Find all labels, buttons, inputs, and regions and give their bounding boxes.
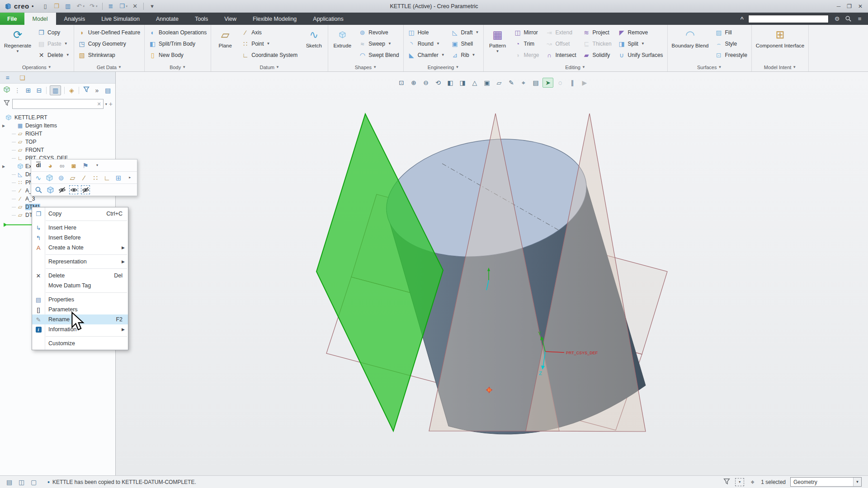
solidify-body-button[interactable] <box>46 185 55 194</box>
tree-search-input[interactable] <box>14 101 97 107</box>
menu-icon[interactable]: ≡ <box>856 15 863 22</box>
tab-live-simulation[interactable]: Live Simulation <box>93 13 148 25</box>
show-button[interactable] <box>69 185 78 194</box>
new-body-button[interactable]: ▯New Body <box>146 49 209 61</box>
chamfer-button[interactable]: ◣Chamfer▼ <box>405 49 448 61</box>
coordinate-system-button[interactable]: ∟Coordinate System <box>239 49 300 61</box>
extrude-button[interactable] <box>45 173 54 182</box>
navigator-toggle-icon[interactable]: ▤ <box>5 479 13 485</box>
model-player-button[interactable]: ≣ <box>106 2 116 11</box>
menu-item-parameters[interactable]: []Parameters <box>32 305 128 314</box>
revolve-button[interactable]: ⊚ <box>57 173 66 182</box>
group-label-editing[interactable]: Editing▼ <box>485 63 666 71</box>
copy-geometry-button[interactable]: ◳Copy Geometry <box>75 38 143 49</box>
spin-center-button[interactable]: ⌖ <box>518 78 529 88</box>
annotation-display-button[interactable]: ✎ <box>506 78 517 88</box>
shell-button[interactable]: ▣Shell <box>448 38 482 49</box>
appearance-button[interactable]: ◕ <box>46 161 55 170</box>
customize-qat-button[interactable]: ▾ <box>147 2 157 11</box>
merge-button[interactable]: ◑Merge <box>511 49 542 61</box>
clear-search-icon[interactable]: ✕ <box>97 101 101 107</box>
selection-highlight-button[interactable]: ➤ <box>542 78 553 88</box>
settings-icon[interactable]: ⚙ <box>833 15 841 22</box>
plane-button[interactable]: ▱Plane <box>212 26 238 63</box>
view-manager-button[interactable]: ▤ <box>530 78 541 88</box>
extend-button[interactable]: ⇥Extend <box>543 27 579 38</box>
tab-analysis[interactable]: Analysis <box>56 13 94 25</box>
collapse-all-button[interactable]: ⊟ <box>35 86 43 94</box>
command-search-input[interactable] <box>748 15 829 23</box>
more-options-button[interactable]: ▾ <box>93 161 102 170</box>
zoom-in-button[interactable]: ⊕ <box>408 78 419 88</box>
sketch-button[interactable]: ∿Sketch <box>301 26 326 63</box>
menu-item-representation[interactable]: Representation▶ <box>32 257 128 267</box>
menu-item-delete[interactable]: ✕DeleteDel <box>32 271 128 281</box>
offset-button[interactable]: ↝Offset <box>543 38 579 49</box>
datum-display-button[interactable]: ▱ <box>494 78 505 88</box>
display-style-button[interactable]: ◧ <box>445 78 456 88</box>
maximize-button[interactable]: ❐ <box>847 3 852 9</box>
split-trim-body-button[interactable]: ◧Split/Trim Body <box>146 38 209 49</box>
handle-dots-button[interactable]: ⋮ <box>14 86 21 94</box>
search-options-icon[interactable]: ▾ <box>105 102 107 106</box>
collapse-ribbon-icon[interactable]: ^ <box>740 15 744 22</box>
dimension-button[interactable]: dl <box>34 161 43 170</box>
expand-all-button[interactable]: ⊞ <box>24 86 32 94</box>
select-box-button[interactable]: ⊞ <box>114 173 123 182</box>
thicken-button[interactable]: ⊑Thicken <box>580 38 614 49</box>
selection-filter-icon[interactable] <box>723 478 731 487</box>
trim-button[interactable]: ◔Trim <box>511 38 542 49</box>
select-box-icon[interactable]: ▾ <box>735 478 744 486</box>
filter-funnel-icon[interactable] <box>3 99 10 108</box>
tree-item-design-items[interactable]: ▶▦Design Items <box>0 122 115 130</box>
freestyle-button[interactable]: ⊡Freestyle <box>712 49 750 61</box>
shading-with-edges-button[interactable]: ◨ <box>457 78 468 88</box>
group-label-engineering[interactable]: Engineering▼ <box>405 63 482 71</box>
datum-tag-button[interactable]: ⚑ <box>81 161 90 170</box>
perspective-view-button[interactable]: △ <box>469 78 480 88</box>
tab-view[interactable]: View <box>216 13 245 25</box>
group-label-shapes[interactable]: Shapes▼ <box>330 63 401 71</box>
point-button[interactable]: ∷Point▼ <box>239 38 300 49</box>
extrude-button[interactable]: Extrude <box>330 26 355 63</box>
selection-filter-combo[interactable]: Geometry ▼ <box>790 477 862 487</box>
tree-filters-button[interactable] <box>82 86 90 95</box>
pause-button[interactable]: ∥ <box>567 78 578 88</box>
group-label-get-data[interactable]: Get Data▼ <box>75 63 143 71</box>
sketch-button[interactable]: ∿ <box>34 173 42 182</box>
expander-icon[interactable]: ▶ <box>2 124 5 128</box>
combo-dropdown-icon[interactable]: ▼ <box>853 478 861 486</box>
save-button[interactable]: ▥ <box>63 2 73 11</box>
redo-button[interactable]: ↷▾ <box>87 2 99 11</box>
sweep-button[interactable]: ≈Sweep▼ <box>356 38 401 49</box>
tab-tools[interactable]: Tools <box>187 13 216 25</box>
group-label-datum[interactable]: Datum▼ <box>212 63 326 71</box>
boundary-blend-button[interactable]: ◠Boundary Blend <box>669 26 712 63</box>
hide-others-button[interactable] <box>81 185 90 194</box>
component-interface-button[interactable]: ⊞Component Interface <box>753 26 807 63</box>
regenerate-button[interactable]: ⟳Regenerate▼ <box>1 26 34 63</box>
open-button[interactable]: ❐ <box>52 2 62 11</box>
close-button[interactable]: ✕ <box>858 3 863 9</box>
boolean-operations-button[interactable]: ◐Boolean Operations <box>146 27 209 38</box>
driving-dimension-button[interactable]: ∞ <box>57 161 66 170</box>
add-filter-icon[interactable]: + <box>109 100 113 108</box>
menu-item-copy[interactable]: ❐CopyCtrl+C <box>32 209 128 219</box>
group-label-body[interactable]: Body▼ <box>146 63 209 71</box>
unify-surfaces-button[interactable]: ∪Unify Surfaces <box>615 49 666 61</box>
menu-item-information[interactable]: iInformation▶ <box>32 324 128 334</box>
pattern-button[interactable]: ▦Pattern▼ <box>485 26 510 63</box>
project-button[interactable]: ≋Project <box>580 27 614 38</box>
rib-button[interactable]: ⊿Rib▼ <box>448 49 482 61</box>
minimize-button[interactable]: ─ <box>837 3 841 9</box>
delete-button[interactable]: ✕Delete▼ <box>35 49 72 61</box>
more-tools-button[interactable]: » <box>93 86 101 94</box>
tab-flexible-modeling[interactable]: Flexible Modeling <box>245 13 305 25</box>
revolve-button[interactable]: ⊚Revolve <box>356 27 401 38</box>
new-file-button[interactable]: ▯ <box>40 2 51 11</box>
layer-tree-tab[interactable]: ❏ <box>19 74 26 82</box>
expand-button[interactable]: ▸ <box>126 173 134 182</box>
tree-settings-button[interactable]: ▤ <box>104 86 112 94</box>
split-button[interactable]: ◨Split▼ <box>615 38 666 49</box>
point-button[interactable]: ∷ <box>91 173 100 182</box>
